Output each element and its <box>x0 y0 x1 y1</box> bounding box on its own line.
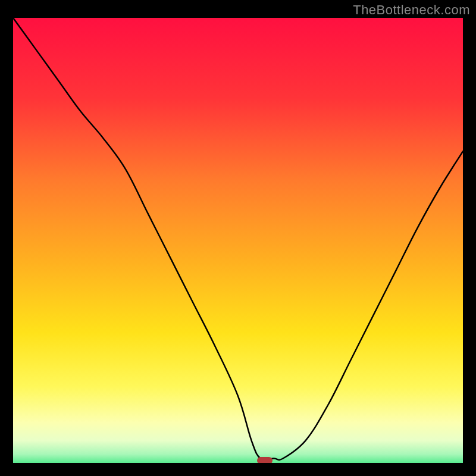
watermark-text: TheBottleneck.com <box>353 2 470 18</box>
chart-frame: TheBottleneck.com <box>0 0 476 476</box>
bottleneck-curve <box>13 18 463 463</box>
optimal-point-marker <box>257 457 273 463</box>
curve-path <box>13 18 463 460</box>
plot-area <box>13 18 463 463</box>
